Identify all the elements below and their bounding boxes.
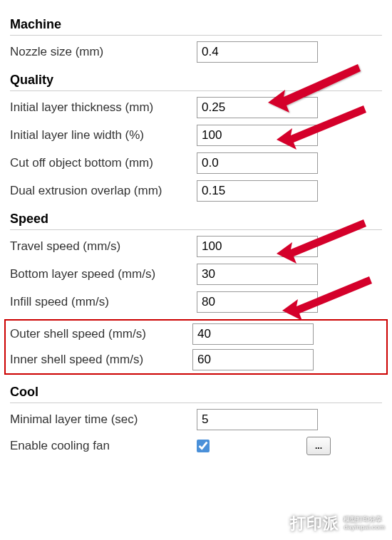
row-dual-extrusion-overlap: Dual extrusion overlap (mm) bbox=[10, 180, 382, 202]
label-minimal-layer-time: Minimal layer time (sec) bbox=[10, 412, 197, 427]
label-bottom-layer-speed: Bottom layer speed (mm/s) bbox=[10, 267, 197, 281]
checkbox-enable-cooling-fan[interactable] bbox=[197, 440, 210, 452]
row-cut-off-bottom: Cut off object bottom (mm) bbox=[10, 152, 382, 174]
label-travel-speed: Travel speed (mm/s) bbox=[10, 239, 197, 254]
input-bottom-layer-speed[interactable] bbox=[197, 264, 318, 285]
input-minimal-layer-time[interactable] bbox=[197, 409, 318, 430]
label-infill-speed: Infill speed (mm/s) bbox=[10, 295, 197, 309]
label-initial-layer-thickness: Initial layer thickness (mm) bbox=[10, 100, 197, 115]
section-title-speed: Speed bbox=[10, 212, 382, 230]
row-travel-speed: Travel speed (mm/s) bbox=[10, 236, 382, 257]
watermark: 打印派 模型打印分享 dayinpai.com bbox=[290, 513, 385, 534]
label-enable-cooling-fan: Enable cooling fan bbox=[10, 439, 197, 453]
input-cut-off-bottom[interactable] bbox=[197, 152, 318, 174]
input-inner-shell-speed[interactable] bbox=[192, 349, 314, 370]
label-cut-off-bottom: Cut off object bottom (mm) bbox=[10, 156, 197, 170]
row-infill-speed: Infill speed (mm/s) bbox=[10, 291, 382, 313]
row-nozzle-size: Nozzle size (mm) bbox=[10, 41, 382, 63]
label-inner-shell-speed: Inner shell speed (mm/s) bbox=[10, 353, 192, 367]
input-travel-speed[interactable] bbox=[197, 236, 318, 257]
row-outer-shell-speed: Outer shell speed (mm/s) bbox=[10, 323, 382, 345]
watermark-sub: 模型打印分享 dayinpai.com bbox=[344, 516, 385, 531]
row-initial-layer-line-width: Initial layer line width (%) bbox=[10, 125, 382, 146]
button-cooling-fan-more[interactable]: ... bbox=[306, 437, 331, 455]
input-infill-speed[interactable] bbox=[197, 291, 318, 313]
input-initial-layer-thickness[interactable] bbox=[197, 97, 318, 118]
section-title-machine: Machine bbox=[10, 17, 382, 36]
label-outer-shell-speed: Outer shell speed (mm/s) bbox=[10, 327, 192, 341]
highlight-box-shell-speeds: Outer shell speed (mm/s) Inner shell spe… bbox=[4, 319, 388, 375]
row-initial-layer-thickness: Initial layer thickness (mm) bbox=[10, 97, 382, 118]
watermark-logo: 打印派 bbox=[290, 513, 339, 534]
label-nozzle-size: Nozzle size (mm) bbox=[10, 45, 197, 59]
section-title-cool: Cool bbox=[10, 385, 382, 403]
input-outer-shell-speed[interactable] bbox=[192, 323, 314, 345]
row-enable-cooling-fan: Enable cooling fan ... bbox=[10, 437, 382, 455]
section-title-quality: Quality bbox=[10, 73, 382, 91]
label-dual-extrusion-overlap: Dual extrusion overlap (mm) bbox=[10, 184, 197, 198]
label-initial-layer-line-width: Initial layer line width (%) bbox=[10, 128, 197, 142]
row-inner-shell-speed: Inner shell speed (mm/s) bbox=[10, 349, 382, 370]
input-initial-layer-line-width[interactable] bbox=[197, 125, 318, 146]
input-dual-extrusion-overlap[interactable] bbox=[197, 180, 318, 202]
input-nozzle-size[interactable] bbox=[197, 41, 318, 63]
row-bottom-layer-speed: Bottom layer speed (mm/s) bbox=[10, 264, 382, 285]
row-minimal-layer-time: Minimal layer time (sec) bbox=[10, 409, 382, 430]
